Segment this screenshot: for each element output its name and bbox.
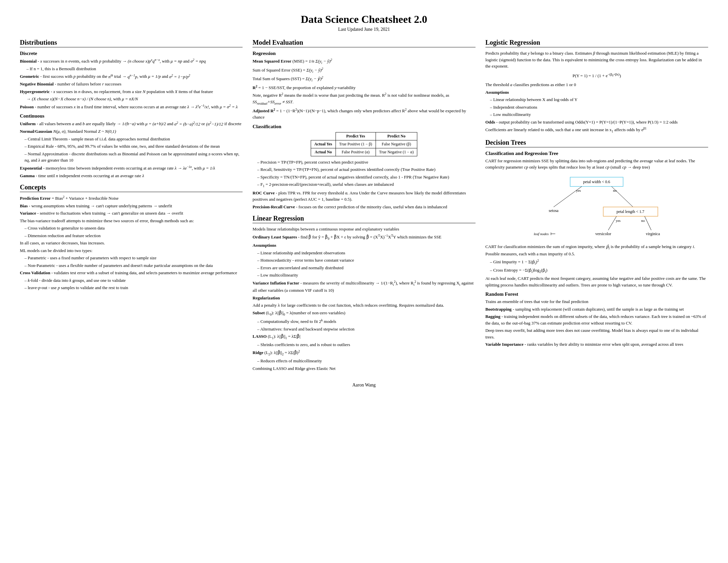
ols-linear: Linear relationship and independent obse… bbox=[257, 250, 475, 256]
mse-def: Mean Squared Error (MSE) = 1/n Σ(yi − ŷ)… bbox=[252, 58, 475, 66]
leaf-nodes-label: leaf nodes bbox=[534, 232, 549, 236]
threshold-def: The threshold a classifies predictions a… bbox=[485, 81, 708, 88]
geometric-def: Geometric - first success with p probabi… bbox=[20, 73, 243, 80]
false-negative-cell: False Negative (β) bbox=[376, 140, 417, 148]
predict-no-header: Predict No bbox=[376, 132, 417, 140]
root-node-label: petal width < 0.6 bbox=[583, 179, 610, 184]
gamma-def: Gamma - time until n independent events … bbox=[20, 172, 243, 179]
regularization-title: Regularization bbox=[252, 295, 475, 302]
non-parametric: Non-Parametric - uses a flexible number … bbox=[24, 262, 243, 269]
setosa-label: setosa bbox=[549, 208, 559, 213]
continuous-subtitle: Continuous bbox=[20, 113, 243, 119]
cart-intro: CART for regression minimizes SSE by spl… bbox=[485, 158, 708, 170]
lasso-def: LASSO (L1): λ||β̂||1 = λΣ|β̂| bbox=[252, 333, 475, 341]
parametric: Parametric - uses a fixed number of para… bbox=[24, 255, 243, 261]
bagging-def: Bagging - training independent models on… bbox=[485, 313, 708, 326]
r2-note: Note, negative R2 means the model is wor… bbox=[252, 92, 475, 106]
column-1: Distributions Discrete Binomial - x succ… bbox=[20, 39, 243, 292]
pr-curve-def: Precision-Recall Curve - focuses on the … bbox=[252, 204, 475, 210]
cart-classification-intro: CART for classification minimizes the su… bbox=[485, 243, 708, 257]
sse-def: Sum of Squared Error (SSE) = Σ(yi − ŷ)2 bbox=[252, 67, 475, 74]
normal-def: Normal/Gaussian N(μ, σ), Standard Normal… bbox=[20, 128, 243, 135]
ml-types-list: Parametric - uses a fixed number of para… bbox=[20, 255, 243, 268]
variance-def: Variance - sensitive to fluctuations whe… bbox=[20, 210, 243, 216]
hypergeometric-def: Hypergeometric - x successes in n draws,… bbox=[20, 88, 243, 95]
ridge-list: Reduces effects of multicollinearity bbox=[252, 358, 475, 364]
normal-clt: Central Limit Theorem - sample mean of i… bbox=[24, 136, 243, 142]
sst-def: Total Sum of Squares (SST) = Σ(yi − ȳ)2 bbox=[252, 75, 475, 83]
page-subtitle: Last Updated June 19, 2021 bbox=[20, 27, 708, 32]
model-eval-section-title: Model Evaluation bbox=[252, 39, 475, 47]
decision-tree-diagram: petal width < 0.6 yes no setosa petal le… bbox=[485, 174, 708, 240]
variable-importance-def: Variable Importance - ranks variables by… bbox=[485, 341, 708, 348]
binomial-def: Binomial - x successes in n events, each… bbox=[20, 58, 243, 65]
footer-author: Aaron Wang bbox=[20, 383, 708, 388]
subset-alt: Alternatives: forward and backward stepw… bbox=[257, 326, 475, 333]
logistic-intro: Predicts probability that y belongs to a… bbox=[485, 50, 708, 70]
rf-intro: Trains an ensemble of trees that vote fo… bbox=[485, 299, 708, 305]
prediction-error: Prediction Error = Bias2 + Variance + Ir… bbox=[20, 195, 243, 202]
kfold: k-fold - divide data into k groups, and … bbox=[24, 277, 243, 284]
cross-validation-def: Cross Validation - validates test error … bbox=[20, 269, 243, 276]
specificity-def: Specificity = TN/(TN+FP), percent of act… bbox=[257, 174, 475, 180]
log-multi: Low multicollinearity bbox=[490, 111, 708, 118]
ridge-reduces: Reduces effects of multicollinearity bbox=[257, 358, 475, 364]
subset-slow: Computationally slow, need to fit 2k mod… bbox=[257, 318, 475, 325]
column-3: Logistic Regression Predicts probability… bbox=[485, 39, 708, 349]
discrete-subtitle: Discrete bbox=[20, 51, 243, 56]
precision-def: Precision = TP/(TP+FP), percent correct … bbox=[257, 159, 475, 165]
ols-normal: Errors are uncorrelated and normally dis… bbox=[257, 264, 475, 271]
decision-trees-section-title: Decision Trees bbox=[485, 139, 708, 147]
actual-yes-label: Actual Yes bbox=[311, 140, 336, 148]
logistic-assumptions-list: Linear relationship between X and log-od… bbox=[485, 96, 708, 118]
r2-def: R2 = 1 − SSE/SST, the proportion of expl… bbox=[252, 84, 475, 91]
bias-variance-note: In all cases, as variance decreases, bia… bbox=[20, 240, 243, 246]
leave-p-out: leave-p-out - use p samples to validate … bbox=[24, 285, 243, 291]
log-linear: Linear relationship between X and log-od… bbox=[490, 96, 708, 103]
poisson-def: Poisson - number of successes x in a fix… bbox=[20, 103, 243, 110]
ols-homo: Homoscedasticity - error terms have cons… bbox=[257, 257, 475, 263]
uniform-def: Uniform - all values between a and b are… bbox=[20, 120, 243, 127]
adj-r2-def: Adjusted R2 = 1 − (1−R2)(N−1)/(N−p−1), w… bbox=[252, 107, 475, 120]
true-negative-cell: True Negative (1 − α) bbox=[376, 148, 417, 156]
exponential-def: Exponential - memoryless time between in… bbox=[20, 164, 243, 171]
ml-types: ML models can be divided into two types: bbox=[20, 247, 243, 254]
lasso-list: Shrinks coefficients to zero, and is rob… bbox=[252, 342, 475, 348]
right-no-label: no bbox=[641, 218, 645, 222]
svg-line-2 bbox=[612, 186, 633, 207]
true-positive-cell: True Positive (1 − β) bbox=[336, 140, 376, 148]
ols-assumptions-list: Linear relationship and independent obse… bbox=[252, 250, 475, 278]
linear-reg-intro: Models linear relationships between a co… bbox=[252, 226, 475, 232]
actual-no-label: Actual No bbox=[311, 148, 336, 156]
logistic-section-title: Logistic Regression bbox=[485, 39, 708, 47]
rf-overfit-note: Deep trees may overfit, but adding more … bbox=[485, 327, 708, 340]
predict-yes-header: Predict Yes bbox=[336, 132, 376, 140]
ols-multi: Low multicollinearity bbox=[257, 272, 475, 278]
bootstrapping-def: Bootstrapping - sampling with replacemen… bbox=[485, 306, 708, 313]
bias-def: Bias - wrong assumptions when training →… bbox=[20, 203, 243, 209]
linear-reg-section-title: Linear Regression bbox=[252, 214, 475, 223]
column-2: Model Evaluation Regression Mean Squared… bbox=[252, 39, 475, 373]
classification-metrics: Precision = TP/(TP+FP), percent correct … bbox=[252, 159, 475, 189]
negbinom-def: Negative Binomial - number of failures b… bbox=[20, 81, 243, 87]
gini-def: Gini Impurity = 1 − Σ(p̂i)2 bbox=[490, 258, 708, 266]
log-indep: Independent observations bbox=[490, 104, 708, 111]
normal-approx: Normal Approximation - discrete distribu… bbox=[24, 151, 243, 164]
hypergeometric-formula: → (X choose x)(N−X choose n−x) / (N choo… bbox=[20, 96, 243, 102]
cv-list: k-fold - divide data into k groups, and … bbox=[20, 277, 243, 291]
vif-def: Variance Inflation Factor - measures the… bbox=[252, 279, 475, 294]
recall-def: Recall, Sensitivity = TP/(TP+FN), percen… bbox=[257, 166, 475, 173]
concepts-section-title: Concepts bbox=[20, 183, 243, 192]
versicolor-label: versicolor bbox=[595, 231, 611, 236]
svg-line-1 bbox=[554, 186, 582, 207]
virginica-label: virginica bbox=[646, 231, 660, 236]
binomial-bernoulli: – If n = 1, this is a Bernoulli distribu… bbox=[20, 66, 243, 72]
bias-variance-list: Cross validation to generalize to unseen… bbox=[20, 225, 243, 239]
lasso-shrinks: Shrinks coefficients to zero, and is rob… bbox=[257, 342, 475, 348]
root-no-label: no bbox=[613, 188, 617, 192]
right-yes-label: yes bbox=[616, 218, 621, 222]
subset-def: Subset (L0): λ||β̂||0 = λ(number of non-… bbox=[252, 310, 475, 317]
bias-variance-tradeoff: The bias-variance tradeoff attempts to m… bbox=[20, 217, 243, 224]
ols-def: Ordinary Least Squares - find β̂ for ŷ =… bbox=[252, 233, 475, 241]
normal-list: Central Limit Theorem - sample mean of i… bbox=[20, 136, 243, 164]
